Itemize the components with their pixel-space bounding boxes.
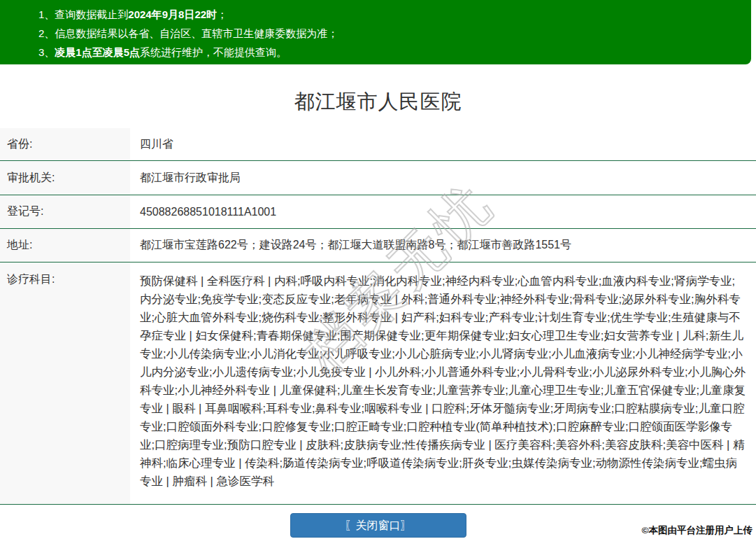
notice-line-1: 1、查询数据截止到2024年9月8日22时； [38, 5, 751, 24]
hospital-info-table: 省份: 四川省 审批机关: 都江堰市行政审批局 登记号: 45088268851… [0, 128, 756, 505]
notice-bold-text: 2024年9月8日22时 [128, 8, 217, 20]
row-value: 45088268851018111A1001 [130, 206, 756, 218]
notice-number: 1、 [38, 8, 55, 20]
close-window-button[interactable]: 〖关闭窗口〗 [290, 513, 466, 538]
table-row-registration-number: 登记号: 45088268851018111A1001 [0, 195, 756, 229]
table-row-address: 地址: 都江堰市宝莲路622号；建设路24号；都江堰大道联盟南路8号；都江堰市善… [0, 229, 756, 262]
notice-number: 3、 [38, 46, 55, 58]
table-row-approval-authority: 审批机关: 都江堰市行政审批局 [0, 161, 756, 195]
row-label: 审批机关: [0, 161, 130, 195]
notice-text: ； [217, 8, 227, 20]
row-label: 地址: [0, 229, 130, 262]
table-row-medical-departments: 诊疗科目: 预防保健科 | 全科医疗科 | 内科;呼吸内科专业;消化内科专业;神… [0, 262, 756, 505]
row-label: 诊疗科目: [0, 262, 130, 504]
notice-text: 系统进行维护，不能提供查询。 [140, 46, 287, 58]
row-label: 登记号: [0, 195, 130, 228]
row-label: 省份: [0, 128, 130, 160]
table-row-province: 省份: 四川省 [0, 128, 756, 161]
row-value: 四川省 [130, 137, 756, 152]
row-value: 都江堰市宝莲路622号；建设路24号；都江堰大道联盟南路8号；都江堰市善政路15… [130, 238, 756, 253]
page-title: 都江堰市人民医院 [0, 90, 756, 113]
upload-credit-text: ©本图由平台注册用户上传 [642, 524, 753, 537]
notice-line-2: 2、信息数据结果以各省、自治区、直辖市卫生健康委数据为准； [38, 24, 751, 43]
row-value: 都江堰市行政审批局 [130, 171, 756, 186]
notice-text: 查询数据截止到 [55, 8, 128, 20]
notice-number: 2、 [38, 27, 55, 39]
notice-bold-text: 凌晨1点至凌晨5点 [55, 46, 140, 58]
notice-banner: 1、查询数据截止到2024年9月8日22时； 2、信息数据结果以各省、自治区、直… [0, 0, 751, 64]
notice-text: 信息数据结果以各省、自治区、直辖市卫生健康委数据为准； [55, 27, 338, 39]
notice-line-3: 3、凌晨1点至凌晨5点系统进行维护，不能提供查询。 [38, 43, 751, 62]
row-value: 预防保健科 | 全科医疗科 | 内科;呼吸内科专业;消化内科专业;神经内科专业;… [130, 262, 756, 490]
